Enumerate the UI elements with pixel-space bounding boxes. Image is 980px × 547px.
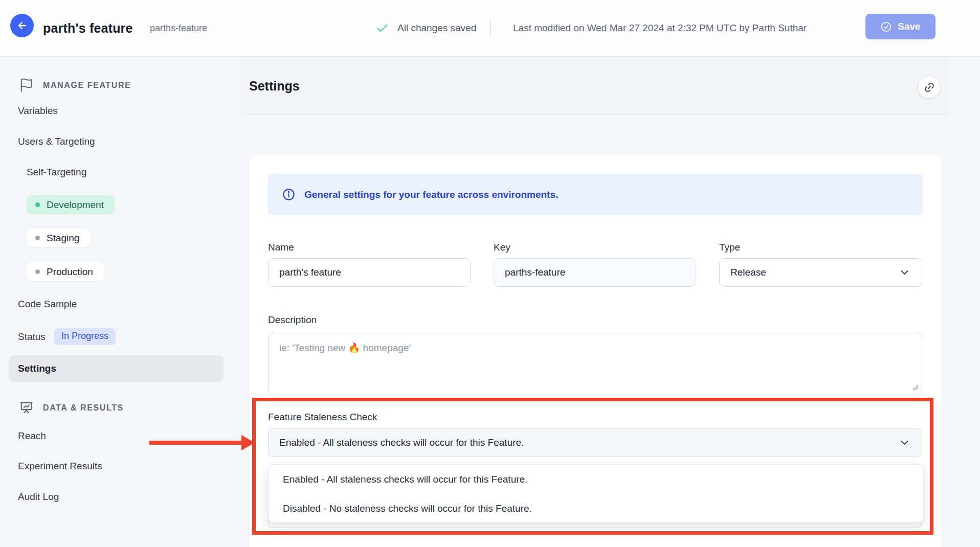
- name-label: Name: [268, 242, 294, 253]
- copy-link-button[interactable]: [918, 76, 940, 98]
- sidebar-env-staging[interactable]: Staging: [27, 229, 91, 247]
- name-input[interactable]: [268, 258, 471, 287]
- header-divider: [491, 20, 491, 36]
- check-circle-icon: [880, 21, 892, 33]
- sidebar-item-audit-log[interactable]: Audit Log: [18, 491, 59, 503]
- staleness-dropdown: Enabled - All staleness checks will occu…: [268, 464, 924, 522]
- env-label: Production: [47, 266, 93, 278]
- sidebar-section-manage-feature: MANAGE FEATURE: [19, 78, 131, 93]
- staleness-select[interactable]: Enabled - All staleness checks will occu…: [268, 428, 922, 457]
- presentation-chart-icon: [19, 400, 34, 415]
- arrow-left-icon: [16, 19, 28, 32]
- back-button[interactable]: [10, 14, 34, 37]
- key-label: Key: [494, 242, 510, 253]
- staleness-select-value: Enabled - All staleness checks will occu…: [279, 437, 524, 448]
- env-dot-icon: [35, 236, 40, 240]
- env-label: Development: [47, 199, 104, 211]
- description-label: Description: [268, 314, 317, 326]
- resize-handle-icon[interactable]: [911, 383, 919, 393]
- info-banner: General settings for your feature across…: [268, 174, 923, 215]
- sidebar-item-reach[interactable]: Reach: [18, 430, 46, 442]
- key-input[interactable]: [494, 258, 696, 287]
- sidebar-env-production[interactable]: Production: [27, 262, 104, 281]
- env-dot-icon: [35, 202, 40, 207]
- staleness-option-disabled[interactable]: Disabled - No staleness checks will occu…: [269, 494, 923, 522]
- page: parth's feature parths-feature All chang…: [0, 0, 980, 547]
- last-modified-link[interactable]: Last modified on Wed Mar 27 2024 at 2:32…: [513, 22, 807, 34]
- env-label: Staging: [47, 233, 79, 244]
- staleness-label: Feature Staleness Check: [268, 412, 377, 423]
- info-banner-text: General settings for your feature across…: [304, 189, 558, 200]
- sidebar-item-variables[interactable]: Variables: [18, 105, 58, 117]
- page-title: Settings: [249, 79, 300, 94]
- type-label: Type: [719, 242, 740, 253]
- flag-icon: [19, 78, 34, 93]
- settings-card: General settings for your feature across…: [249, 154, 942, 547]
- save-button[interactable]: Save: [865, 14, 936, 39]
- feature-key: parths-feature: [150, 23, 207, 34]
- type-select-value: Release: [730, 267, 766, 278]
- type-select[interactable]: Release: [719, 258, 922, 287]
- app-header: parth's feature parths-feature All chang…: [0, 0, 980, 57]
- feature-title: parth's feature: [43, 21, 133, 36]
- link-icon: [924, 82, 935, 93]
- staleness-option-enabled[interactable]: Enabled - All staleness checks will occu…: [269, 465, 923, 494]
- env-dot-icon: [35, 269, 40, 274]
- sidebar-settings-label: Settings: [18, 363, 56, 374]
- settings-titlebar: [242, 57, 949, 115]
- sidebar-section-manage-label: MANAGE FEATURE: [43, 81, 131, 90]
- saved-status-group: All changes saved: [375, 0, 491, 56]
- sidebar-section-data-results: DATA & RESULTS: [19, 400, 124, 415]
- sidebar-item-self-targeting[interactable]: Self-Targeting: [27, 167, 86, 178]
- chevron-down-icon: [899, 437, 910, 449]
- check-icon: [375, 21, 389, 35]
- sidebar-section-data-label: DATA & RESULTS: [43, 403, 124, 413]
- chevron-down-icon: [899, 267, 910, 279]
- status-badge: In Progress: [54, 328, 116, 345]
- sidebar-item-code-sample[interactable]: Code Sample: [18, 299, 77, 310]
- sidebar-item-settings[interactable]: Settings: [9, 355, 224, 382]
- status-label: Status: [18, 331, 46, 343]
- annotation-arrow-shaft: [149, 441, 242, 445]
- description-textarea[interactable]: [268, 333, 922, 394]
- sidebar-env-development[interactable]: Development: [27, 195, 115, 214]
- sidebar-item-experiment-results[interactable]: Experiment Results: [18, 461, 102, 472]
- sidebar-status-row[interactable]: Status In Progress: [18, 328, 116, 345]
- save-button-label: Save: [898, 21, 920, 32]
- saved-status-text: All changes saved: [397, 22, 476, 34]
- info-icon: [282, 188, 296, 201]
- sidebar-item-users-targeting[interactable]: Users & Targeting: [18, 136, 95, 147]
